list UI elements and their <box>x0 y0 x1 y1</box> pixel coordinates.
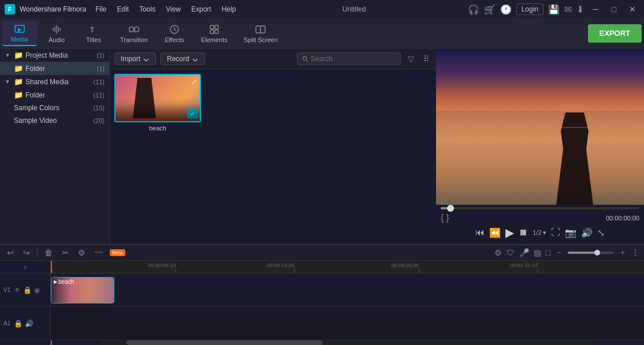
caption-icon[interactable]: □ <box>546 248 550 257</box>
media-toolbar: Import Record ▽ ⠿ <box>110 48 436 69</box>
headphones-icon-title[interactable]: 🎧 <box>468 4 479 15</box>
tree-folder-1[interactable]: 📁 Folder (1) <box>0 62 109 75</box>
login-button[interactable]: Login <box>516 3 544 15</box>
tab-media[interactable]: Media <box>2 21 37 46</box>
redo-button[interactable]: ↪ <box>21 247 32 258</box>
minimize-button[interactable]: ─ <box>589 2 602 16</box>
menu-export[interactable]: Export <box>187 4 216 14</box>
record-button[interactable]: Record <box>161 52 205 65</box>
export-button[interactable]: EXPORT <box>588 24 642 43</box>
window-title: Untitled <box>343 5 366 13</box>
menu-help[interactable]: Help <box>217 4 241 14</box>
tab-transition[interactable]: Transition <box>113 21 155 46</box>
audio-track-row[interactable] <box>51 307 644 340</box>
progress-bar[interactable] <box>441 207 639 209</box>
video-clip-beach[interactable]: ▶ beach <box>51 277 114 303</box>
clip-play-icon: ▶ <box>54 279 57 284</box>
ruler-mark-4: 00:00:33:10 <box>537 269 538 273</box>
titlebar-left: F Wondershare Filmora File Edit Tools Vi… <box>5 4 240 14</box>
timeline-ruler[interactable]: 00:00:00:00 00:00:08:10 00:00:16:20 00:0… <box>51 261 644 273</box>
grid-view-button[interactable]: ⠿ <box>421 53 431 65</box>
download-icon[interactable]: ⬇ <box>576 4 584 15</box>
tab-effects[interactable]: Effects <box>157 21 192 46</box>
track-color-icon[interactable]: ◉ <box>34 286 40 294</box>
tab-transition-label: Transition <box>120 36 148 43</box>
app-icon: F <box>5 4 15 14</box>
search-input[interactable] <box>311 55 396 63</box>
tree-project-media[interactable]: ▼ 📁 Project Media (1) <box>0 48 109 62</box>
tab-split-screen-label: Split Screen <box>244 36 278 43</box>
play-button[interactable]: ▶ <box>505 226 514 239</box>
more-options-icon[interactable]: ⋮ <box>631 248 639 257</box>
menu-file[interactable]: File <box>91 4 111 14</box>
add-track-button[interactable]: + <box>23 262 27 272</box>
message-icon[interactable]: ✉ <box>564 4 572 15</box>
close-button[interactable]: ✕ <box>626 2 639 16</box>
audio-settings-icon[interactable]: ⚙ <box>494 248 502 257</box>
scrollbar-thumb[interactable] <box>126 340 323 345</box>
import-button[interactable]: Import <box>114 52 156 65</box>
settings-button[interactable]: ⚙ <box>76 247 88 258</box>
tree-sample-colors[interactable]: Sample Colors (15) <box>0 102 109 114</box>
progress-thumb[interactable] <box>447 205 454 212</box>
volume-button[interactable]: 🔊 <box>581 227 593 238</box>
media-item-beach[interactable]: ⤢ ✓ beach <box>114 74 201 132</box>
video-track-row[interactable]: ▶ beach <box>51 273 644 307</box>
folder-icon: 📁 <box>14 51 23 59</box>
playhead-line <box>51 261 52 273</box>
snapshot-button[interactable]: 📷 <box>565 227 576 238</box>
tab-audio[interactable]: Audio <box>39 21 74 46</box>
zoom-slider[interactable] <box>568 252 614 254</box>
menu-edit[interactable]: Edit <box>113 4 134 14</box>
ruler-label-1: 00:00:08:10 <box>148 262 176 268</box>
save-icon[interactable]: 💾 <box>548 4 560 15</box>
record-label: Record <box>167 55 189 63</box>
menu-view[interactable]: View <box>161 4 185 14</box>
track-eye-icon[interactable]: 👁 <box>14 286 21 294</box>
chevron-down-icon: ▼ <box>5 78 12 85</box>
speed-selector[interactable]: 1/2 ▾ <box>533 229 546 237</box>
zoom-in-icon[interactable]: ＋ <box>619 247 627 258</box>
tree-folder-2[interactable]: 📁 Folder (11) <box>0 88 109 102</box>
maximize-button[interactable]: □ <box>607 2 621 16</box>
text-icon[interactable]: ▤ <box>534 248 541 257</box>
timeline-toolbar: ↩ ↪ 🗑 ✂ ⚙ 〰 Beta ⚙ 🛡 🎤 ▤ □ － ＋ ⋮ <box>0 245 644 261</box>
track-labels: + V1 👁 🔒 ◉ A1 🔒 🔊 <box>0 261 51 345</box>
mic-icon[interactable]: 🎤 <box>519 248 529 257</box>
track-lock-icon[interactable]: 🔒 <box>14 320 23 328</box>
filter-button[interactable]: ▽ <box>405 53 416 65</box>
title-bar: F Wondershare Filmora File Edit Tools Vi… <box>0 0 644 18</box>
track-volume-icon[interactable]: 🔊 <box>25 320 33 328</box>
tab-split-screen[interactable]: Split Screen <box>237 21 285 46</box>
waveform-button[interactable]: 〰 <box>92 247 105 258</box>
video-track-label: V1 👁 🔒 ◉ <box>0 273 50 307</box>
zoom-thumb[interactable] <box>594 250 600 256</box>
tree-shared-media[interactable]: ▼ 📁 Shared Media (11) <box>0 75 109 88</box>
svg-point-11 <box>303 56 306 59</box>
beta-badge: Beta <box>110 249 125 256</box>
cart-icon[interactable]: 🛒 <box>484 4 496 15</box>
tab-elements[interactable]: Elements <box>194 21 234 46</box>
step-back-button[interactable]: ⏮ <box>475 227 485 238</box>
project-media-label: Project Media <box>25 51 95 59</box>
undo-button[interactable]: ↩ <box>5 247 16 258</box>
tree-sample-video[interactable]: Sample Video (20) <box>0 114 109 127</box>
cut-button[interactable]: ✂ <box>59 247 71 258</box>
delete-button[interactable]: 🗑 <box>42 247 55 258</box>
preview-background <box>436 48 644 205</box>
svg-rect-2 <box>129 27 133 32</box>
zoom-out-icon[interactable]: － <box>555 247 563 258</box>
pip-button[interactable]: ⤡ <box>597 227 605 238</box>
menu-tools[interactable]: Tools <box>135 4 160 14</box>
frame-back-button[interactable]: ⏪ <box>489 227 501 238</box>
clock-icon[interactable]: 🕐 <box>500 4 512 15</box>
shield-icon[interactable]: 🛡 <box>507 248 515 257</box>
stop-button[interactable]: ⏹ <box>519 227 528 238</box>
menu-bar: File Edit Tools View Export Help <box>91 4 240 14</box>
tab-titles[interactable]: T Titles <box>76 21 111 46</box>
fullscreen-button[interactable]: ⛶ <box>551 227 560 238</box>
search-box[interactable] <box>297 52 401 65</box>
track-lock-icon[interactable]: 🔒 <box>23 286 32 294</box>
horizontal-scrollbar[interactable] <box>102 340 593 345</box>
media-area: Import Record ▽ ⠿ ⤢ ✓ <box>110 48 436 244</box>
